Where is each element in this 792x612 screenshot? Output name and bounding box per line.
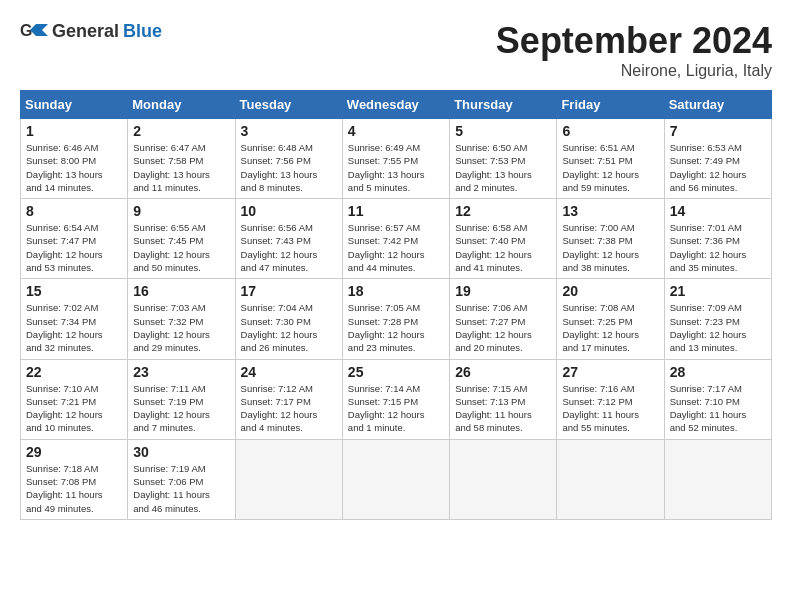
calendar-cell: 21Sunrise: 7:09 AM Sunset: 7:23 PM Dayli… — [664, 279, 771, 359]
day-info: Sunrise: 6:57 AM Sunset: 7:42 PM Dayligh… — [348, 221, 444, 274]
day-info: Sunrise: 7:00 AM Sunset: 7:38 PM Dayligh… — [562, 221, 658, 274]
day-number: 27 — [562, 364, 658, 380]
day-info: Sunrise: 7:12 AM Sunset: 7:17 PM Dayligh… — [241, 382, 337, 435]
col-header-friday: Friday — [557, 91, 664, 119]
month-title: September 2024 — [496, 20, 772, 62]
day-info: Sunrise: 7:02 AM Sunset: 7:34 PM Dayligh… — [26, 301, 122, 354]
calendar-cell — [557, 439, 664, 519]
day-info: Sunrise: 6:49 AM Sunset: 7:55 PM Dayligh… — [348, 141, 444, 194]
calendar-cell: 4Sunrise: 6:49 AM Sunset: 7:55 PM Daylig… — [342, 119, 449, 199]
day-info: Sunrise: 7:09 AM Sunset: 7:23 PM Dayligh… — [670, 301, 766, 354]
logo-general: General — [52, 21, 119, 42]
day-number: 29 — [26, 444, 122, 460]
logo-blue: Blue — [123, 21, 162, 42]
calendar-cell: 11Sunrise: 6:57 AM Sunset: 7:42 PM Dayli… — [342, 199, 449, 279]
day-number: 24 — [241, 364, 337, 380]
day-number: 2 — [133, 123, 229, 139]
day-info: Sunrise: 7:05 AM Sunset: 7:28 PM Dayligh… — [348, 301, 444, 354]
col-header-tuesday: Tuesday — [235, 91, 342, 119]
day-number: 11 — [348, 203, 444, 219]
calendar-cell: 22Sunrise: 7:10 AM Sunset: 7:21 PM Dayli… — [21, 359, 128, 439]
day-info: Sunrise: 6:50 AM Sunset: 7:53 PM Dayligh… — [455, 141, 551, 194]
day-info: Sunrise: 7:15 AM Sunset: 7:13 PM Dayligh… — [455, 382, 551, 435]
calendar-cell: 12Sunrise: 6:58 AM Sunset: 7:40 PM Dayli… — [450, 199, 557, 279]
calendar-cell: 10Sunrise: 6:56 AM Sunset: 7:43 PM Dayli… — [235, 199, 342, 279]
calendar-cell: 28Sunrise: 7:17 AM Sunset: 7:10 PM Dayli… — [664, 359, 771, 439]
calendar-cell: 13Sunrise: 7:00 AM Sunset: 7:38 PM Dayli… — [557, 199, 664, 279]
day-number: 25 — [348, 364, 444, 380]
day-info: Sunrise: 6:46 AM Sunset: 8:00 PM Dayligh… — [26, 141, 122, 194]
day-info: Sunrise: 6:54 AM Sunset: 7:47 PM Dayligh… — [26, 221, 122, 274]
day-number: 30 — [133, 444, 229, 460]
calendar-cell: 2Sunrise: 6:47 AM Sunset: 7:58 PM Daylig… — [128, 119, 235, 199]
day-number: 22 — [26, 364, 122, 380]
calendar-cell: 7Sunrise: 6:53 AM Sunset: 7:49 PM Daylig… — [664, 119, 771, 199]
calendar-cell: 5Sunrise: 6:50 AM Sunset: 7:53 PM Daylig… — [450, 119, 557, 199]
calendar-cell: 24Sunrise: 7:12 AM Sunset: 7:17 PM Dayli… — [235, 359, 342, 439]
calendar-cell: 14Sunrise: 7:01 AM Sunset: 7:36 PM Dayli… — [664, 199, 771, 279]
day-info: Sunrise: 7:08 AM Sunset: 7:25 PM Dayligh… — [562, 301, 658, 354]
day-number: 9 — [133, 203, 229, 219]
calendar-cell: 8Sunrise: 6:54 AM Sunset: 7:47 PM Daylig… — [21, 199, 128, 279]
col-header-saturday: Saturday — [664, 91, 771, 119]
calendar-cell: 9Sunrise: 6:55 AM Sunset: 7:45 PM Daylig… — [128, 199, 235, 279]
calendar-cell: 30Sunrise: 7:19 AM Sunset: 7:06 PM Dayli… — [128, 439, 235, 519]
day-number: 19 — [455, 283, 551, 299]
day-number: 17 — [241, 283, 337, 299]
title-area: September 2024 Neirone, Liguria, Italy — [496, 20, 772, 80]
day-number: 23 — [133, 364, 229, 380]
day-info: Sunrise: 6:58 AM Sunset: 7:40 PM Dayligh… — [455, 221, 551, 274]
calendar-cell: 23Sunrise: 7:11 AM Sunset: 7:19 PM Dayli… — [128, 359, 235, 439]
day-number: 7 — [670, 123, 766, 139]
day-info: Sunrise: 7:10 AM Sunset: 7:21 PM Dayligh… — [26, 382, 122, 435]
day-info: Sunrise: 7:04 AM Sunset: 7:30 PM Dayligh… — [241, 301, 337, 354]
day-number: 3 — [241, 123, 337, 139]
calendar-cell: 6Sunrise: 6:51 AM Sunset: 7:51 PM Daylig… — [557, 119, 664, 199]
day-info: Sunrise: 6:51 AM Sunset: 7:51 PM Dayligh… — [562, 141, 658, 194]
calendar-cell: 17Sunrise: 7:04 AM Sunset: 7:30 PM Dayli… — [235, 279, 342, 359]
day-info: Sunrise: 7:06 AM Sunset: 7:27 PM Dayligh… — [455, 301, 551, 354]
col-header-monday: Monday — [128, 91, 235, 119]
svg-marker-1 — [30, 24, 48, 36]
day-number: 26 — [455, 364, 551, 380]
location-title: Neirone, Liguria, Italy — [496, 62, 772, 80]
calendar-cell: 29Sunrise: 7:18 AM Sunset: 7:08 PM Dayli… — [21, 439, 128, 519]
day-info: Sunrise: 6:48 AM Sunset: 7:56 PM Dayligh… — [241, 141, 337, 194]
logo-icon: G — [20, 20, 48, 42]
calendar-cell: 15Sunrise: 7:02 AM Sunset: 7:34 PM Dayli… — [21, 279, 128, 359]
day-info: Sunrise: 7:17 AM Sunset: 7:10 PM Dayligh… — [670, 382, 766, 435]
day-number: 1 — [26, 123, 122, 139]
calendar-cell: 16Sunrise: 7:03 AM Sunset: 7:32 PM Dayli… — [128, 279, 235, 359]
calendar-cell: 26Sunrise: 7:15 AM Sunset: 7:13 PM Dayli… — [450, 359, 557, 439]
calendar-cell: 20Sunrise: 7:08 AM Sunset: 7:25 PM Dayli… — [557, 279, 664, 359]
day-info: Sunrise: 6:56 AM Sunset: 7:43 PM Dayligh… — [241, 221, 337, 274]
day-number: 21 — [670, 283, 766, 299]
calendar-cell: 27Sunrise: 7:16 AM Sunset: 7:12 PM Dayli… — [557, 359, 664, 439]
calendar-cell: 3Sunrise: 6:48 AM Sunset: 7:56 PM Daylig… — [235, 119, 342, 199]
col-header-thursday: Thursday — [450, 91, 557, 119]
calendar-cell: 19Sunrise: 7:06 AM Sunset: 7:27 PM Dayli… — [450, 279, 557, 359]
day-info: Sunrise: 6:53 AM Sunset: 7:49 PM Dayligh… — [670, 141, 766, 194]
calendar-cell — [235, 439, 342, 519]
header: G GeneralBlue September 2024 Neirone, Li… — [20, 20, 772, 80]
calendar-cell — [450, 439, 557, 519]
calendar-cell: 1Sunrise: 6:46 AM Sunset: 8:00 PM Daylig… — [21, 119, 128, 199]
day-number: 13 — [562, 203, 658, 219]
calendar-cell: 25Sunrise: 7:14 AM Sunset: 7:15 PM Dayli… — [342, 359, 449, 439]
day-number: 12 — [455, 203, 551, 219]
day-number: 10 — [241, 203, 337, 219]
day-info: Sunrise: 7:03 AM Sunset: 7:32 PM Dayligh… — [133, 301, 229, 354]
calendar-cell: 18Sunrise: 7:05 AM Sunset: 7:28 PM Dayli… — [342, 279, 449, 359]
day-number: 8 — [26, 203, 122, 219]
day-number: 5 — [455, 123, 551, 139]
day-info: Sunrise: 6:47 AM Sunset: 7:58 PM Dayligh… — [133, 141, 229, 194]
day-info: Sunrise: 7:14 AM Sunset: 7:15 PM Dayligh… — [348, 382, 444, 435]
calendar-table: SundayMondayTuesdayWednesdayThursdayFrid… — [20, 90, 772, 520]
day-number: 14 — [670, 203, 766, 219]
day-number: 6 — [562, 123, 658, 139]
col-header-wednesday: Wednesday — [342, 91, 449, 119]
day-number: 15 — [26, 283, 122, 299]
logo: G GeneralBlue — [20, 20, 162, 42]
day-info: Sunrise: 6:55 AM Sunset: 7:45 PM Dayligh… — [133, 221, 229, 274]
day-number: 16 — [133, 283, 229, 299]
